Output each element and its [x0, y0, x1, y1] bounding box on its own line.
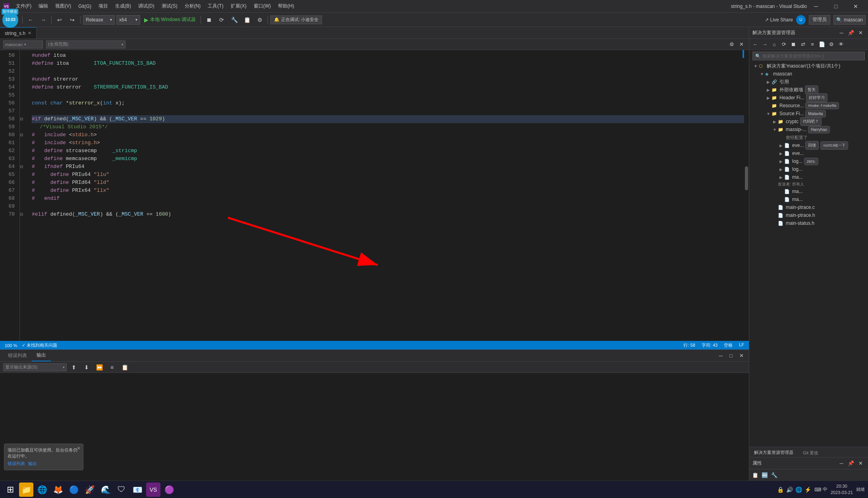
props-alpha-btn[interactable]: 🔤	[760, 471, 769, 479]
ma2-item[interactable]: 📄 ma...	[749, 187, 868, 195]
main-ptrace-c-item[interactable]: 📄 main-ptrace.c	[749, 203, 868, 211]
menu-git[interactable]: Git(G)	[75, 2, 95, 11]
ma1-item[interactable]: ▶ 📄 ma...	[749, 173, 868, 181]
ma3-item[interactable]: 📄 ma...	[749, 195, 868, 203]
tab-error-list[interactable]: 错误列表	[3, 350, 32, 361]
menu-project[interactable]: 项目	[95, 1, 111, 11]
maximize-button[interactable]: □	[827, 0, 845, 13]
live-share-button[interactable]: ↗ Live Share	[765, 15, 793, 25]
menu-debug[interactable]: 调试(D)	[135, 1, 158, 11]
taskbar-vs[interactable]: VS	[146, 483, 160, 497]
menu-test[interactable]: 测试(S)	[158, 1, 181, 11]
external-deps-item[interactable]: ▶ 📁 外部依赖项 暂关	[749, 86, 868, 94]
undo-button[interactable]: ↩	[54, 14, 65, 25]
toolbar-btn-5[interactable]: ⚙	[254, 14, 265, 25]
output-close-btn[interactable]: ✕	[737, 351, 746, 360]
tab-output[interactable]: 输出	[32, 350, 51, 361]
header-files-item[interactable]: ▶ 📁 Header Fi... 好好学习	[749, 94, 868, 102]
resource-files-item[interactable]: 📁 Resource... #make -f makefile	[749, 102, 868, 110]
sidebar-collapse-btn[interactable]: ─	[837, 29, 846, 37]
notif-output-btn[interactable]: 输出	[28, 461, 37, 467]
menu-build[interactable]: 生成(B)	[112, 1, 134, 11]
sidebar-pin-btn[interactable]: 📌	[847, 29, 855, 37]
vertical-scrollbar[interactable]	[744, 50, 749, 341]
taskbar-windows-btn[interactable]: ⊞	[3, 483, 17, 497]
log1-item[interactable]: ▶ 📄 log... zero.	[749, 157, 868, 165]
forward-button[interactable]: →	[38, 14, 49, 25]
output-toolbar-btn-3[interactable]: ⏩	[94, 362, 105, 373]
output-source-dropdown[interactable]: 显示输出来源(S): ▾	[3, 363, 67, 371]
log2-item[interactable]: ▶ 📄 log...	[749, 165, 868, 173]
crypto-item[interactable]: ▶ 📁 cryptc 代码吧？	[749, 118, 868, 125]
code-editor[interactable]: 50 51 52 53 54 55 56 57 58 59 60 61 62 6…	[0, 50, 749, 341]
output-toolbar-btn-4[interactable]: ≡	[106, 362, 118, 373]
massip-item[interactable]: ▼ 📁 massip-... Harryhao	[749, 125, 868, 133]
menu-analyze[interactable]: 分析(N)	[181, 1, 204, 11]
run-button[interactable]: ▶ 本地 Windows 调试器	[142, 15, 198, 25]
file-scope-dropdown[interactable]: masscan ▾	[3, 41, 43, 48]
eve1-item[interactable]: ▶ 📄 eve... 回缝 vs2019改一下	[749, 141, 868, 149]
redo-button[interactable]: ↪	[67, 14, 78, 25]
main-status-h-item[interactable]: 📄 main-status.h	[749, 219, 868, 227]
menu-tools[interactable]: 工具(T)	[204, 1, 226, 11]
props-collapse-btn[interactable]: ─	[837, 459, 846, 468]
config-dropdown[interactable]: Release	[83, 15, 115, 25]
output-maximize-btn[interactable]: □	[727, 351, 735, 360]
taskbar-edge[interactable]: 🌐	[35, 483, 49, 497]
sb-btn-home[interactable]: ⌂	[770, 40, 779, 49]
menu-edit[interactable]: 编辑	[35, 1, 51, 11]
sb-btn-filter[interactable]: ≡	[808, 40, 817, 49]
sidebar-close-btn[interactable]: ✕	[856, 29, 865, 37]
taskbar-firefox[interactable]: 🦊	[51, 483, 65, 497]
props-close-btn[interactable]: ✕	[856, 459, 865, 468]
source-files-item[interactable]: ▼ 📁 Source Fi... Malavita	[749, 110, 868, 118]
taskbar-app5[interactable]: 🚀	[83, 483, 97, 497]
toolbar-btn-2[interactable]: ⟳	[216, 14, 227, 25]
taskbar-app7[interactable]: 🟣	[162, 483, 176, 497]
references-item[interactable]: ▶ 🔗 引用	[749, 78, 868, 86]
project-item[interactable]: ▼ ◈ masscan	[749, 70, 868, 78]
taskbar-clock[interactable]: 20:30 2023-03-21	[831, 483, 853, 496]
minimize-button[interactable]: ─	[807, 0, 825, 13]
main-ptrace-h-item[interactable]: 📄 main-ptrace.h	[749, 211, 868, 219]
taskbar-app6[interactable]: 🌊	[98, 483, 113, 497]
output-toolbar-btn-2[interactable]: ⬇	[81, 362, 92, 373]
eve2-item[interactable]: ▶ 📄 eve...	[749, 149, 868, 157]
menu-view[interactable]: 视图(V)	[52, 1, 74, 11]
output-collapse-btn[interactable]: ─	[716, 351, 725, 360]
symbol-scope-dropdown[interactable]: (全局范围) ▾	[46, 41, 125, 48]
taskbar-file-explorer[interactable]: 📁	[19, 483, 33, 497]
props-cat-btn[interactable]: 📋	[751, 471, 760, 479]
sb-btn-code-view[interactable]: 📄	[818, 40, 826, 49]
taskbar-chrome[interactable]: 🔵	[67, 483, 81, 497]
sb-btn-sync[interactable]: ⇄	[799, 40, 807, 49]
sb-btn-props[interactable]: ⚙	[827, 40, 836, 49]
tab-close-icon[interactable]: ✕	[28, 31, 31, 36]
notif-error-list-btn[interactable]: 错误列表	[8, 461, 25, 467]
editor-close-btn[interactable]: ✕	[737, 40, 746, 49]
sidebar-tab-solution[interactable]: 解决方案资源管理器	[749, 447, 798, 458]
sb-btn-view[interactable]: 👁	[837, 40, 845, 49]
code-content[interactable]: #undef itoa #define itoa ITOA_FUNCTION_I…	[25, 50, 744, 341]
taskbar-security[interactable]: 🛡	[114, 483, 129, 497]
sidebar-tab-git[interactable]: Git 更改	[798, 447, 823, 458]
taskbar-mail[interactable]: 📧	[130, 483, 145, 497]
output-toolbar-btn-5[interactable]: 📋	[119, 362, 130, 373]
platform-dropdown[interactable]: x64	[116, 15, 140, 25]
admin-button[interactable]: 管理员	[809, 15, 830, 25]
props-wrench-btn[interactable]: 🔧	[770, 471, 779, 479]
menu-window[interactable]: 窗口(W)	[251, 1, 274, 11]
toolbar-btn-4[interactable]: 📋	[241, 14, 253, 25]
solution-tree[interactable]: ▼ ⬡ 解决方案'masscan'(1个项目/共1个) ▼ ◈ masscan …	[749, 62, 868, 447]
toolbar-btn-1[interactable]: ⏹	[203, 14, 214, 25]
props-pin-btn[interactable]: 📌	[847, 459, 855, 468]
editor-settings-btn[interactable]: ⚙	[727, 40, 736, 49]
output-toolbar-btn-1[interactable]: ⬆	[68, 362, 79, 373]
close-button[interactable]: ✕	[847, 0, 865, 13]
tab-string-s-h[interactable]: string_s.h ✕	[0, 27, 37, 39]
notification-close-btn[interactable]: ✕	[77, 446, 81, 451]
user-avatar[interactable]: U	[796, 15, 806, 25]
sb-btn-forward[interactable]: →	[760, 40, 769, 49]
scrollbar-thumb[interactable]	[745, 166, 748, 190]
sb-btn-back[interactable]: ←	[751, 40, 760, 49]
